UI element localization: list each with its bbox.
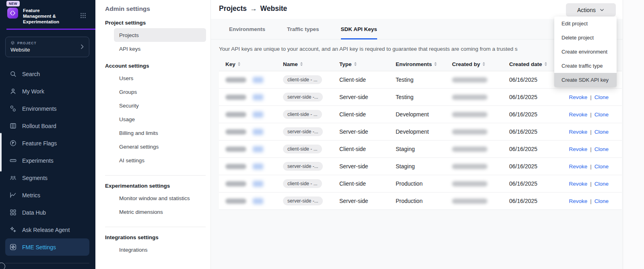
main-content: Projects→Website Actions Environments Tr… <box>211 0 623 269</box>
key-cell <box>219 112 283 118</box>
clone-link[interactable]: Clone <box>594 198 609 204</box>
sidebar-item-environments[interactable]: Environments <box>5 100 89 117</box>
clone-link[interactable]: Clone <box>594 112 609 118</box>
admin-item-integrations[interactable]: Integrations <box>114 243 206 257</box>
breadcrumb-parent[interactable]: Projects <box>219 4 247 12</box>
redacted-key-icon <box>253 129 263 135</box>
row-actions: Revoke|Clone <box>569 198 622 204</box>
flag-icon <box>9 139 17 147</box>
column-label: Type <box>339 61 352 67</box>
actions-button[interactable]: Actions <box>566 3 616 17</box>
column-label: Created date <box>509 61 542 67</box>
sidebar-item-label: Rollout Board <box>22 123 56 129</box>
api-key-name-pill: server-side -... <box>283 127 323 136</box>
row-actions: Revoke|Clone <box>569 163 622 170</box>
sidebar-item-feature-flags[interactable]: Feature Flags <box>5 134 89 152</box>
column-header-type[interactable]: Type <box>339 61 396 67</box>
menu-item-delete-project[interactable]: Delete project <box>554 31 617 45</box>
revoke-link[interactable]: Revoke <box>569 198 587 204</box>
sidebar-item-label: Experiments <box>22 157 54 164</box>
row-actions: Revoke|Clone <box>569 112 622 118</box>
page-header: Projects→Website Actions <box>211 0 623 19</box>
table-row: server-side -... Server-side Testing 06/… <box>219 89 622 106</box>
app-root: NEW Feature Management & Experimentation <box>0 0 644 269</box>
sidebar-item-label: Feature Flags <box>22 140 57 147</box>
menu-item-create-traffic-type[interactable]: Create traffic type <box>554 59 617 73</box>
revoke-link[interactable]: Revoke <box>569 146 587 152</box>
actions-button-label: Actions <box>577 7 596 13</box>
sidebar-item-fme-settings[interactable]: FME Settings <box>5 238 89 256</box>
admin-item-ai-settings[interactable]: AI settings <box>114 153 206 167</box>
redacted-created-by-blob <box>452 129 487 134</box>
admin-item-usage[interactable]: Usage <box>114 112 206 126</box>
redacted-key-blob <box>225 77 246 83</box>
clone-link[interactable]: Clone <box>594 181 609 187</box>
environment-cell: Staging <box>396 146 452 152</box>
column-header-created-by[interactable]: Created by <box>452 61 509 67</box>
column-header-key[interactable]: Key <box>219 61 283 67</box>
project-selector[interactable]: PROJECT Website <box>5 37 89 57</box>
column-header-environments[interactable]: Environments <box>396 61 452 67</box>
scroll-gutter <box>623 0 644 269</box>
clone-link[interactable]: Clone <box>594 146 609 152</box>
tab-traffic-types[interactable]: Traffic types <box>287 19 319 39</box>
sidebar-item-segments[interactable]: Segments <box>5 169 89 186</box>
sidebar-item-ask-release-agent[interactable]: Ask Release Agent <box>5 221 89 238</box>
created-date-cell: 06/16/2025 <box>509 94 566 100</box>
clone-link[interactable]: Clone <box>594 94 609 100</box>
admin-item-metric-dimensions[interactable]: Metric dimensions <box>114 205 206 219</box>
admin-item-security[interactable]: Security <box>114 99 206 112</box>
revoke-link[interactable]: Revoke <box>569 94 587 100</box>
column-label: Environments <box>396 61 432 67</box>
menu-item-create-sdk-api-key[interactable]: Create SDK API key <box>554 73 617 87</box>
revoke-link[interactable]: Revoke <box>569 163 587 170</box>
key-cell <box>219 181 283 187</box>
sidebar-item-search[interactable]: Search <box>5 65 89 83</box>
tab-sdk-api-keys[interactable]: SDK API Keys <box>341 19 377 39</box>
environment-cell: Production <box>396 180 452 187</box>
redacted-key-blob <box>225 181 246 186</box>
tab-environments[interactable]: Environments <box>229 19 265 39</box>
sidebar-item-label: Ask Release Agent <box>22 227 70 233</box>
bottom-corner-icon[interactable] <box>0 263 5 269</box>
redacted-created-by-blob <box>452 181 487 186</box>
revoke-link[interactable]: Revoke <box>569 181 587 187</box>
app-title-line: Feature <box>23 8 59 13</box>
clone-link[interactable]: Clone <box>594 163 609 170</box>
sidebar-item-metrics[interactable]: Metrics <box>5 186 89 204</box>
sidebar-item-data-hub[interactable]: Data Hub <box>5 204 89 221</box>
app-title-line: Experimentation <box>23 19 59 25</box>
admin-settings-sidebar: Admin settings Project settingsProjectsA… <box>95 0 211 269</box>
type-cell: Server-side <box>339 163 396 170</box>
column-header-name[interactable]: Name <box>283 61 339 67</box>
apps-grid-icon[interactable] <box>80 12 87 21</box>
revoke-link[interactable]: Revoke <box>569 129 587 135</box>
action-separator: | <box>590 94 592 100</box>
created-date-cell: 06/16/2025 <box>509 180 566 187</box>
admin-item-groups[interactable]: Groups <box>114 85 206 99</box>
key-cell <box>219 163 283 170</box>
menu-item-edit-project[interactable]: Edit project <box>554 17 617 31</box>
sort-icon <box>545 62 547 66</box>
admin-item-billing-and-limits[interactable]: Billing and limits <box>114 126 206 140</box>
clone-link[interactable]: Clone <box>594 129 609 135</box>
menu-item-create-environment[interactable]: Create environment <box>554 45 617 59</box>
admin-section-divider <box>105 175 206 176</box>
admin-item-general-settings[interactable]: General settings <box>114 140 206 153</box>
admin-item-monitor-window-and-statistics[interactable]: Monitor window and statistics <box>114 191 206 205</box>
table-body: client-side - ... Client-side Testing 06… <box>219 71 622 210</box>
sidebar-item-rollout-board[interactable]: Rollout Board <box>5 117 89 134</box>
sidebar-scrollbar[interactable] <box>0 133 2 172</box>
admin-section-divider <box>105 227 206 227</box>
created-by-cell <box>452 164 509 169</box>
admin-item-users[interactable]: Users <box>114 71 206 85</box>
revoke-link[interactable]: Revoke <box>569 112 587 118</box>
environment-cell: Production <box>396 198 452 204</box>
new-badge: NEW <box>6 1 20 6</box>
type-cell: Server-side <box>339 128 396 135</box>
sidebar-item-experiments[interactable]: Experiments <box>5 152 89 169</box>
sidebar-item-label: Data Hub <box>22 209 46 216</box>
sidebar-item-my-work[interactable]: My Work <box>5 83 89 100</box>
admin-item-api-keys[interactable]: API keys <box>114 42 206 56</box>
admin-item-projects[interactable]: Projects <box>114 28 206 42</box>
